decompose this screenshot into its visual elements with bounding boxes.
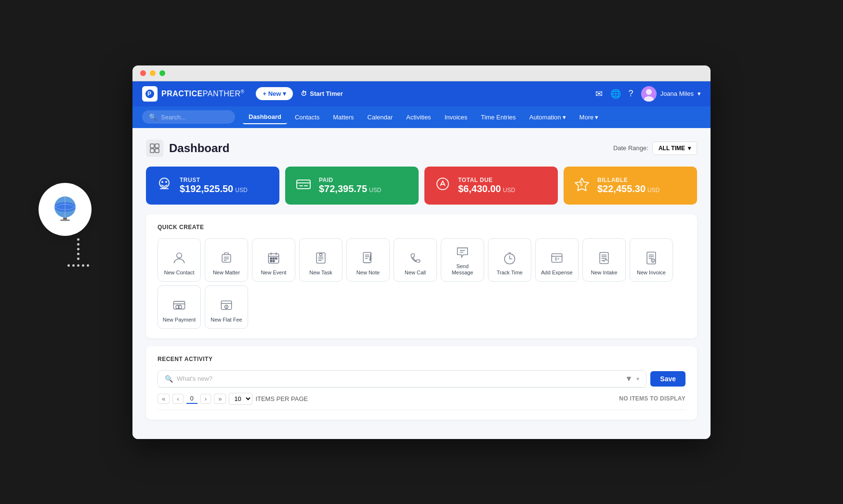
paid-icon bbox=[295, 175, 312, 196]
nav-activities[interactable]: Activities bbox=[400, 111, 436, 124]
quick-create-grid: New Contact New Matter bbox=[158, 238, 685, 329]
new-invoice-label: New Invoice bbox=[637, 270, 666, 276]
svg-rect-2 bbox=[63, 218, 67, 220]
nav-contacts[interactable]: Contacts bbox=[289, 111, 325, 124]
svg-rect-16 bbox=[297, 180, 310, 189]
total-due-icon bbox=[434, 175, 451, 196]
svg-rect-11 bbox=[150, 149, 154, 153]
more-chevron-icon: ▾ bbox=[595, 114, 598, 121]
nav-more[interactable]: More ▾ bbox=[574, 111, 605, 124]
top-nav: P PRACTICEPANTHER® + New ▾ ⏱ Start Timer… bbox=[132, 81, 711, 106]
new-task-button[interactable]: New Task bbox=[299, 238, 342, 282]
new-intake-button[interactable]: New Intake bbox=[582, 238, 626, 282]
next-page-button[interactable]: › bbox=[200, 394, 211, 404]
svg-rect-9 bbox=[150, 144, 154, 148]
svg-rect-42 bbox=[363, 253, 371, 263]
recent-activity-title: RECENT ACTIVITY bbox=[158, 356, 685, 362]
total-due-value: $6,430.00USD bbox=[458, 183, 515, 194]
help-icon[interactable]: ? bbox=[629, 89, 633, 99]
logo-icon: P bbox=[142, 86, 158, 102]
activity-search-box: 🔍 ▼ ▾ bbox=[158, 370, 646, 388]
maximize-button[interactable] bbox=[159, 70, 165, 76]
filter-icon[interactable]: ▼ bbox=[625, 375, 632, 383]
no-items-text: NO ITEMS TO DISPLAY bbox=[619, 395, 685, 402]
trust-value: $192,525.50USD bbox=[180, 183, 248, 194]
last-page-button[interactable]: » bbox=[214, 394, 226, 404]
svg-text:P: P bbox=[147, 90, 151, 97]
svg-point-23 bbox=[177, 253, 182, 258]
logo-area: P PRACTICEPANTHER® bbox=[142, 86, 244, 102]
paid-label: PAID bbox=[319, 177, 381, 183]
total-due-label: TOTAL DUE bbox=[458, 177, 515, 183]
svg-text:$: $ bbox=[652, 259, 654, 262]
quick-create-title: QUICK CREATE bbox=[158, 224, 685, 231]
billable-label: BILLABLE bbox=[597, 177, 659, 183]
close-button[interactable] bbox=[140, 70, 146, 76]
svg-rect-24 bbox=[222, 255, 231, 262]
send-message-button[interactable]: Send Message bbox=[441, 238, 484, 282]
start-timer-button[interactable]: ⏱ Start Timer bbox=[301, 90, 342, 97]
svg-rect-3 bbox=[60, 220, 70, 221]
new-contact-button[interactable]: New Contact bbox=[158, 238, 201, 282]
new-matter-label: New Matter bbox=[213, 270, 240, 276]
new-intake-label: New Intake bbox=[591, 270, 617, 276]
svg-rect-37 bbox=[316, 253, 325, 263]
svg-rect-35 bbox=[270, 260, 272, 262]
page-title-area: Dashboard bbox=[146, 140, 229, 157]
new-flat-fee-button[interactable]: $ New Flat Fee bbox=[205, 285, 248, 329]
per-page-select[interactable]: 10 25 50 bbox=[229, 393, 252, 405]
nav-invoices[interactable]: Invoices bbox=[439, 111, 474, 124]
total-due-info: TOTAL DUE $6,430.00USD bbox=[458, 177, 515, 194]
new-call-button[interactable]: New Call bbox=[394, 238, 437, 282]
trust-info: TRUST $192,525.50USD bbox=[180, 177, 248, 194]
new-event-label: New Event bbox=[261, 270, 286, 276]
prev-page-button[interactable]: ‹ bbox=[172, 394, 183, 404]
search-icon: 🔍 bbox=[149, 113, 157, 121]
svg-rect-59 bbox=[647, 252, 656, 264]
track-time-label: Track Time bbox=[497, 270, 523, 276]
new-matter-button[interactable]: New Matter bbox=[205, 238, 248, 282]
user-area[interactable]: Joana Miles ▾ bbox=[641, 86, 701, 102]
svg-rect-32 bbox=[270, 258, 272, 259]
nav-dashboard[interactable]: Dashboard bbox=[243, 110, 287, 124]
minimize-button[interactable] bbox=[150, 70, 156, 76]
first-page-button[interactable]: « bbox=[158, 394, 170, 404]
date-range-value: ALL TIME bbox=[659, 145, 685, 152]
stat-trust: TRUST $192,525.50USD bbox=[146, 167, 279, 205]
new-event-button[interactable]: New Event bbox=[252, 238, 295, 282]
automation-chevron-icon: ▾ bbox=[563, 114, 566, 121]
paid-value: $72,395.75USD bbox=[319, 183, 381, 194]
new-invoice-button[interactable]: $ New Invoice bbox=[630, 238, 673, 282]
search-input[interactable] bbox=[161, 114, 228, 121]
add-expense-button[interactable]: $+ Add Expense bbox=[535, 238, 579, 282]
nav-matters[interactable]: Matters bbox=[327, 111, 359, 124]
new-note-button[interactable]: New Note bbox=[346, 238, 390, 282]
user-chevron-icon: ▾ bbox=[698, 90, 701, 97]
billable-info: BILLABLE $22,455.30USD bbox=[597, 177, 659, 194]
new-payment-label: New Payment bbox=[163, 317, 196, 323]
track-time-button[interactable]: Track Time bbox=[488, 238, 531, 282]
add-expense-label: Add Expense bbox=[541, 270, 572, 276]
new-call-label: New Call bbox=[405, 270, 426, 276]
svg-rect-33 bbox=[273, 258, 275, 259]
nav-time-entries[interactable]: Time Entries bbox=[475, 111, 521, 124]
save-button[interactable]: Save bbox=[650, 371, 685, 387]
globe-icon[interactable]: 🌐 bbox=[610, 89, 621, 99]
date-range-button[interactable]: ALL TIME ▾ bbox=[652, 142, 697, 155]
logo-text: PRACTICEPANTHER® bbox=[161, 89, 244, 98]
new-payment-button[interactable]: New Payment bbox=[158, 285, 201, 329]
svg-rect-34 bbox=[276, 258, 277, 259]
pagination-row: « ‹ 0 › » 10 25 50 ITEMS PER PAGE NO ITE… bbox=[158, 388, 685, 410]
nav-automation[interactable]: Automation ▾ bbox=[524, 111, 572, 124]
email-icon[interactable]: ✉ bbox=[595, 89, 603, 99]
chevron-down-icon: ▾ bbox=[283, 90, 286, 97]
date-range-area: Date Range: ALL TIME ▾ bbox=[613, 142, 697, 155]
svg-point-15 bbox=[165, 181, 167, 183]
date-range-label: Date Range: bbox=[613, 144, 648, 152]
browser-chrome bbox=[132, 65, 711, 81]
svg-rect-10 bbox=[155, 144, 159, 148]
new-button[interactable]: + New ▾ bbox=[256, 87, 293, 100]
activity-search-input[interactable] bbox=[177, 375, 621, 382]
new-contact-label: New Contact bbox=[164, 270, 195, 276]
nav-calendar[interactable]: Calendar bbox=[362, 111, 399, 124]
